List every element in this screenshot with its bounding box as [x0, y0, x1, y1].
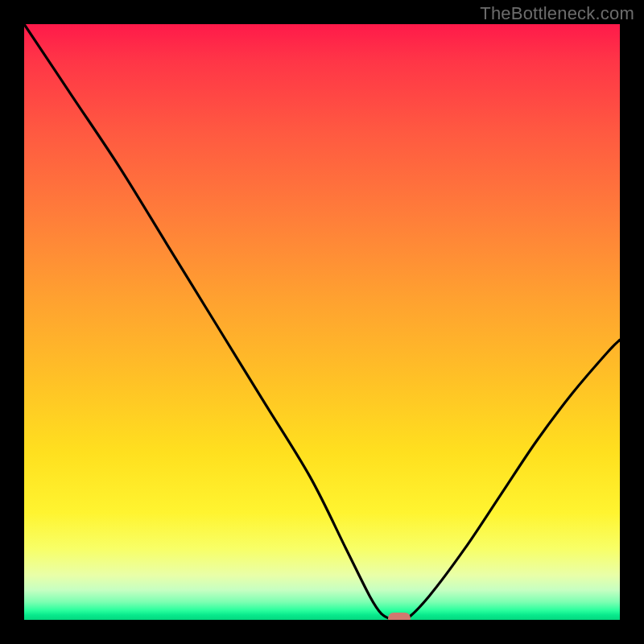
watermark-text: TheBottleneck.com [480, 3, 634, 24]
bottleneck-curve [24, 24, 620, 620]
chart-frame: TheBottleneck.com [0, 0, 644, 644]
plot-area [24, 24, 620, 620]
optimum-marker [388, 613, 411, 620]
